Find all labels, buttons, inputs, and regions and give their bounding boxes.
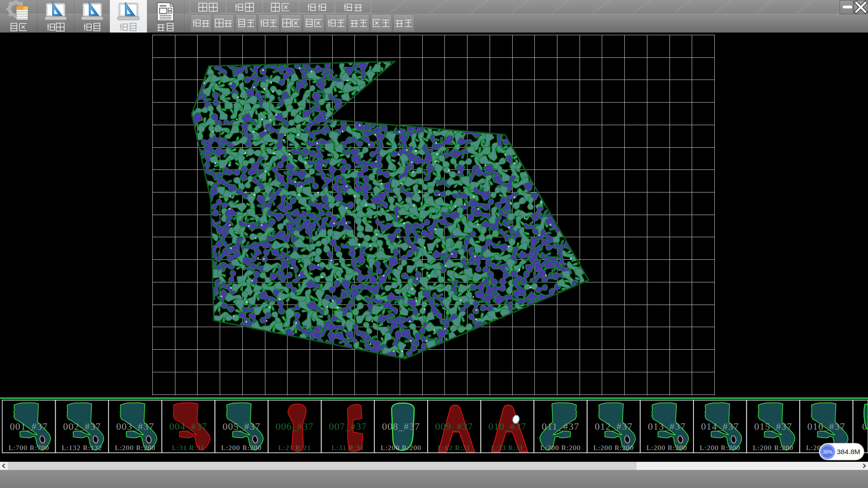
svg-text:004_#37: 004_#37: [170, 421, 208, 432]
svg-text:016_#37: 016_#37: [807, 421, 845, 432]
svg-text:008_#37: 008_#37: [382, 421, 420, 432]
svg-text:384.8M: 384.8M: [837, 448, 860, 455]
svg-text:L:200 R:200: L:200 R:200: [115, 444, 156, 451]
svg-text:L:700 R:700: L:700 R:700: [9, 444, 49, 451]
svg-text:L:62 R:31: L:62 R:31: [438, 444, 470, 451]
svg-text:L:200 R:200: L:200 R:200: [594, 444, 634, 451]
svg-text:L:31 R:31: L:31 R:31: [331, 444, 364, 451]
svg-text:011_#37: 011_#37: [542, 421, 579, 432]
svg-text:002_#37: 002_#37: [63, 421, 101, 432]
svg-text:L:200 R:200: L:200 R:200: [381, 444, 421, 451]
svg-text:013_#37: 013_#37: [648, 421, 686, 432]
svg-text:L:200 R:200: L:200 R:200: [646, 444, 687, 451]
svg-text:003_#37: 003_#37: [116, 421, 154, 432]
svg-text:014_#37: 014_#37: [701, 421, 739, 432]
svg-text:L:200 R:200: L:200 R:200: [700, 444, 741, 451]
svg-text:015_#37: 015_#37: [754, 421, 792, 432]
svg-text:L:200 R:200: L:200 R:200: [540, 444, 581, 451]
svg-text:38%: 38%: [822, 449, 832, 455]
svg-text:006_#37: 006_#37: [276, 421, 314, 432]
svg-text:007_#37: 007_#37: [329, 421, 367, 432]
svg-text:010_#37: 010_#37: [488, 421, 526, 432]
svg-text:L:33 R:31: L:33 R:31: [491, 444, 524, 451]
svg-text:L:200 R:200: L:200 R:200: [753, 444, 793, 451]
svg-text:L:21 R:21: L:21 R:21: [278, 444, 311, 451]
svg-text:001_#37: 001_#37: [10, 421, 48, 432]
svg-text:L:132 R:132: L:132 R:132: [62, 444, 103, 451]
svg-text:012_#37: 012_#37: [594, 421, 632, 432]
svg-text:L:200 R:200: L:200 R:200: [221, 444, 262, 451]
svg-text:009_#37: 009_#37: [435, 421, 473, 432]
svg-text:L:31 R:31: L:31 R:31: [172, 444, 204, 451]
svg-text:005_#37: 005_#37: [222, 421, 260, 432]
